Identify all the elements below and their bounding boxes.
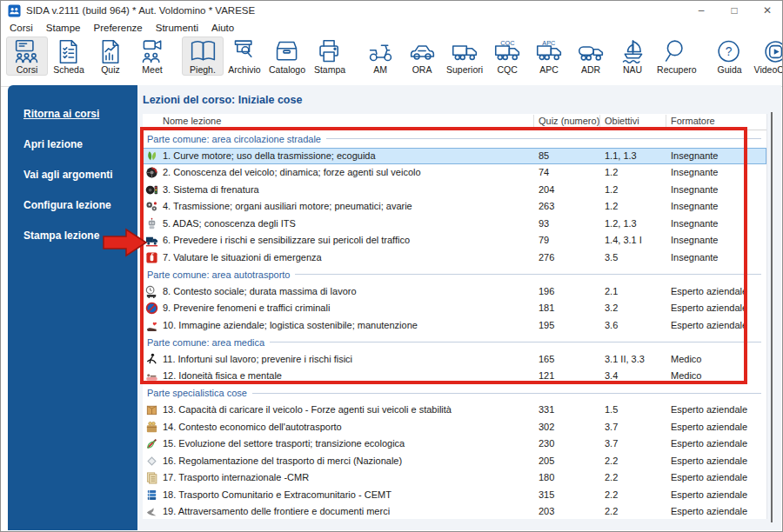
quiz-count: 79 bbox=[539, 235, 549, 245]
bird-icon bbox=[145, 505, 158, 518]
obiettivi-value: 1.5 bbox=[605, 404, 618, 415]
obiettivi-value: 1.2 bbox=[605, 167, 618, 177]
lesson-row-8-contesto-sociale-durata-massima-di-lav[interactable]: 8. Contesto sociale; durata massima di l… bbox=[143, 283, 766, 301]
column-header-obiettivi[interactable]: Obiettivi bbox=[605, 116, 639, 126]
toolbar-button-label: ADR bbox=[581, 65, 600, 75]
obiettivi-value: 1.4, 3.1 I bbox=[605, 235, 642, 245]
toolbar-button-superiori[interactable]: Superiori bbox=[443, 37, 486, 76]
section-label: Parte comune: area medica bbox=[147, 337, 264, 348]
table-scrollbar[interactable] bbox=[771, 112, 773, 522]
books-icon bbox=[145, 489, 158, 502]
maximize-button[interactable]: □ bbox=[728, 4, 740, 17]
toolbar-button-am[interactable]: AM bbox=[359, 37, 401, 76]
menu-item-strumenti[interactable]: Strumenti bbox=[156, 23, 198, 33]
lesson-row-1-curve-motore-uso-della-trasmissione-ec[interactable]: 1. Curve motore; uso della trasmissione;… bbox=[143, 148, 766, 165]
lesson-name: 8. Contesto sociale; durata massima di l… bbox=[163, 286, 357, 296]
formatore-value: Esperto aziendale bbox=[671, 286, 747, 296]
lesson-row-17-trasporto-internazionale-cmr[interactable]: 17. Trasporto internazionale -CMR1802.2E… bbox=[143, 469, 766, 487]
lesson-row-19-attraversamento-delle-frontiere-e-doc[interactable]: 19. Attraversamento delle frontiere e do… bbox=[143, 503, 766, 521]
toolbar-group: Piegh.ArchivioCatalogoStampa bbox=[182, 37, 351, 76]
quiz-count: 203 bbox=[539, 506, 554, 516]
obiettivi-value: 1.2 bbox=[605, 184, 618, 195]
menu-item-aiuto[interactable]: Aiuto bbox=[211, 23, 234, 33]
sidebar-item-configura-lezione[interactable]: Configura lezione bbox=[8, 199, 137, 211]
toolbar-button-ora[interactable]: ORA bbox=[401, 37, 443, 76]
lesson-row-14-contesto-economico-dell-autotrasporto[interactable]: 14. Contesto economico dell'autotrasport… bbox=[143, 419, 766, 436]
obiettivi-value: 1.1, 1.3 bbox=[605, 150, 637, 161]
quiz-count: 205 bbox=[539, 456, 554, 466]
column-header-formatore[interactable]: Formatore bbox=[671, 116, 715, 126]
toolbar-button-label: ORA bbox=[412, 65, 432, 75]
sidebar-item-apri-lezione[interactable]: Apri lezione bbox=[8, 138, 137, 150]
economy-icon bbox=[145, 421, 158, 434]
toolbar-button-guida[interactable]: ?Guida bbox=[709, 37, 751, 76]
formatore-value: Esperto aziendale bbox=[671, 320, 747, 330]
lesson-row-7-valutare-le-situazioni-di-emergenza[interactable]: 7. Valutare le situazioni di emergenza27… bbox=[143, 249, 766, 267]
sidebar-item-vai-agli-argomenti[interactable]: Vai agli argomenti bbox=[8, 169, 137, 181]
toolbar-button-archivio[interactable]: Archivio bbox=[224, 37, 265, 76]
page-title: Lezioni del corso: Iniziale cose bbox=[143, 94, 302, 106]
toolbar-button-label: CQC bbox=[497, 65, 517, 75]
toolbar-button-piegh[interactable]: Piegh. bbox=[182, 37, 224, 76]
quiz-count: 331 bbox=[539, 404, 554, 415]
sidebar-item-stampa-lezione[interactable]: Stampa lezione bbox=[8, 229, 137, 242]
quiz-count: 180 bbox=[539, 472, 554, 482]
lesson-row-16-regolamentazione-del-trasporto-di-mer[interactable]: 16. Regolamentazione del trasporto di me… bbox=[143, 453, 766, 470]
lesson-name: 15. Evoluzione del settore trasporti; tr… bbox=[163, 438, 405, 449]
toolbar-button-nau[interactable]: NAU bbox=[612, 37, 653, 76]
obiettivi-value: 3.2 bbox=[605, 303, 618, 313]
documents-icon bbox=[145, 471, 158, 484]
toolbar-button-label: AM bbox=[373, 65, 387, 75]
obiettivi-value: 3.1 II, 3.3 bbox=[605, 354, 645, 364]
lesson-row-9-prevenire-fenomeni-e-traffici-criminal[interactable]: 9. Prevenire fenomeni e traffici crimina… bbox=[143, 300, 766, 317]
toolbar-button-corsi[interactable]: Corsi bbox=[6, 37, 48, 76]
toolbar-button-quiz[interactable]: Quiz bbox=[90, 37, 131, 76]
piegh-icon bbox=[189, 38, 218, 65]
lesson-row-5-adas-conoscenza-degli-its[interactable]: 5. ADAS; conoscenza degli ITS931.2, 1.3I… bbox=[143, 216, 766, 233]
diamond-icon bbox=[145, 455, 158, 468]
close-button[interactable]: ✕ bbox=[761, 4, 773, 17]
lesson-row-18-trasporto-comunitario-e-extracomunita[interactable]: 18. Trasporto Comunitario e Extracomunit… bbox=[143, 487, 766, 504]
window-controls: – □ ✕ bbox=[695, 1, 773, 20]
tire-trafficlight-icon bbox=[145, 183, 158, 196]
minimize-button[interactable]: – bbox=[695, 4, 707, 17]
menu-item-stampe[interactable]: Stampe bbox=[46, 23, 81, 33]
menu-item-corsi[interactable]: Corsi bbox=[10, 23, 33, 33]
formatore-value: Insegnante bbox=[671, 252, 718, 263]
column-header-nome-lezione[interactable]: Nome lezione bbox=[163, 116, 221, 126]
toolbar-button-cqc[interactable]: CQCCQC bbox=[486, 37, 528, 76]
lesson-row-4-trasmissione-organi-ausiliari-motore-p[interactable]: 4. Trasmissione; organi ausiliari motore… bbox=[143, 198, 766, 216]
toolbar-button-scheda[interactable]: Scheda bbox=[48, 37, 90, 76]
sidebar-item-ritorna-ai-corsi[interactable]: Ritorna ai corsi bbox=[8, 108, 137, 120]
lesson-row-13-capacit-di-caricare-il-veicolo-forze-[interactable]: 13. Capacità di caricare il veicolo - Fo… bbox=[143, 402, 766, 419]
formatore-value: Esperto aziendale bbox=[671, 489, 747, 500]
formatore-value: Esperto aziendale bbox=[671, 438, 747, 449]
toolbar-button-label: Meet bbox=[142, 65, 162, 75]
lesson-row-11-infortuni-sul-lavoro-prevenire-i-risc[interactable]: 11. Infortuni sul lavoro; prevenire i ri… bbox=[143, 351, 766, 369]
toolbar-button-apc[interactable]: APCAPC bbox=[528, 37, 570, 76]
formatore-value: Esperto aziendale bbox=[671, 404, 747, 415]
toolbar-group: AMORASuperioriCQCCQCAPCAPCADRNAURecupero bbox=[359, 37, 700, 76]
lesson-row-3-sistema-di-frenatura[interactable]: 3. Sistema di frenatura2041.2Insegnante bbox=[143, 182, 766, 199]
obiettivi-value: 1.2 bbox=[605, 201, 618, 211]
column-header-quiz-numero[interactable]: Quiz (numero) bbox=[539, 116, 599, 126]
formatore-value: Insegnante bbox=[671, 201, 718, 211]
toolbar-button-videocorsi[interactable]: VideoCorsi bbox=[751, 37, 783, 76]
lesson-row-12-idoneit-fisica-e-mentale[interactable]: 12. Idoneità fisica e mentale1213.4Medic… bbox=[143, 368, 766, 385]
lesson-row-2-conoscenza-del-veicolo-dinamica-forze-[interactable]: 2. Conoscenza del veicolo; dinamica; for… bbox=[143, 164, 766, 182]
header-divider bbox=[599, 115, 600, 129]
toolbar-button-meet[interactable]: Meet bbox=[131, 37, 173, 76]
toolbar-button-label: NAU bbox=[623, 65, 642, 75]
lesson-row-10-immagine-aziendale-logistica-sostenib[interactable]: 10. Immagine aziendale; logistica sosten… bbox=[143, 317, 766, 335]
app-logo-icon bbox=[8, 4, 21, 17]
toolbar-button-catalogo[interactable]: Catalogo bbox=[265, 37, 309, 76]
menu-item-preferenze[interactable]: Preferenze bbox=[93, 23, 142, 33]
lesson-row-6-prevedere-i-rischi-e-sensibilizzare-su[interactable]: 6. Prevedere i rischi e sensibilizzare s… bbox=[143, 232, 766, 249]
sidebar: Ritorna ai corsiApri lezioneVai agli arg… bbox=[8, 85, 137, 530]
formatore-value: Insegnante bbox=[671, 235, 718, 245]
toolbar-button-recupero[interactable]: Recupero bbox=[653, 37, 700, 76]
quiz-count: 204 bbox=[539, 184, 554, 195]
toolbar-button-adr[interactable]: ADR bbox=[570, 37, 612, 76]
lesson-row-15-evoluzione-del-settore-trasporti-tran[interactable]: 15. Evoluzione del settore trasporti; tr… bbox=[143, 436, 766, 453]
toolbar-button-stampa[interactable]: Stampa bbox=[309, 37, 351, 76]
